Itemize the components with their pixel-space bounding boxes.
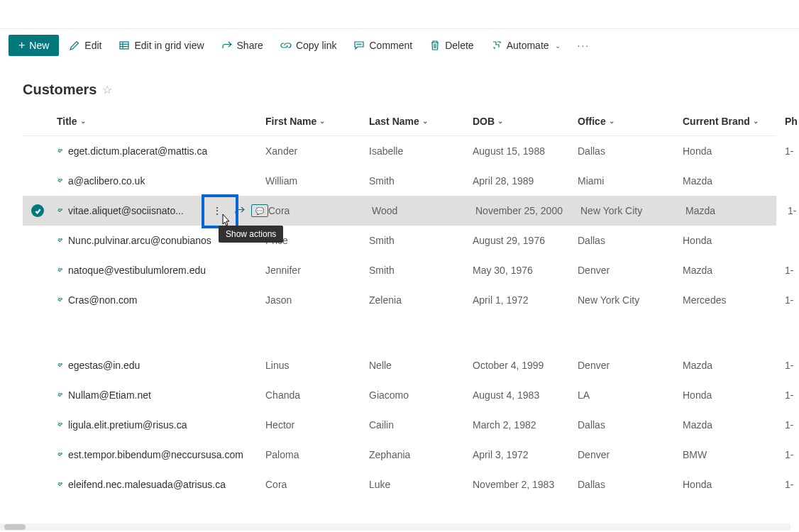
comment-label: Comment [369, 40, 412, 51]
table-row[interactable]: natoque@vestibulumlorem.eduJenniferSmith… [23, 255, 776, 285]
list-header: Customers ☆ [0, 62, 799, 106]
tooltip: Show actions [219, 226, 283, 243]
title-cell[interactable]: Cras@non.com [57, 294, 265, 306]
lastname-cell: Giacomo [369, 389, 473, 401]
svg-rect-0 [120, 42, 128, 49]
list-title: Customers [23, 82, 97, 98]
list-item-icon [57, 391, 65, 399]
title-cell[interactable]: eget.dictum.placerat@mattis.ca [57, 145, 265, 157]
title-cell[interactable]: ligula.elit.pretium@risus.ca [57, 419, 265, 431]
grid-icon [119, 40, 130, 51]
office-cell: Denver [578, 449, 683, 460]
table-row[interactable]: vitae.aliquet@sociisnato...⋮Show actions… [23, 196, 776, 226]
edit-grid-button[interactable]: Edit in grid view [111, 35, 211, 55]
chevron-down-icon: ⌄ [753, 117, 759, 125]
brand-cell: Honda [683, 145, 785, 157]
svg-point-4 [357, 44, 358, 45]
row-selected-check-icon[interactable] [31, 204, 44, 217]
lastname-cell: Cailin [369, 419, 473, 431]
phone-cell: 1- [785, 419, 799, 431]
pencil-icon [69, 40, 80, 51]
lastname-cell: Luke [369, 479, 473, 490]
title-cell[interactable]: est.tempor.bibendum@neccursusa.com [57, 449, 265, 460]
table-row[interactable]: Cras@non.comJasonZeleniaApril 1, 1972New… [23, 285, 776, 315]
office-cell: Miami [578, 175, 683, 187]
new-button[interactable]: + New [9, 35, 59, 56]
title-cell[interactable]: eleifend.nec.malesuada@atrisus.ca [57, 479, 265, 490]
title-cell[interactable]: natoque@vestibulumlorem.edu [57, 265, 265, 276]
dob-cell: August 15, 1988 [473, 145, 578, 157]
dob-cell: August 29, 1976 [473, 235, 578, 246]
row-comment-icon[interactable]: 💬 [251, 204, 268, 217]
more-commands-button[interactable]: ··· [571, 35, 597, 55]
column-header-firstname[interactable]: First Name⌄ [265, 116, 369, 127]
firstname-cell: Jennifer [265, 265, 369, 276]
row-share-icon[interactable] [233, 204, 247, 218]
table-row[interactable]: a@aclibero.co.ukWilliamSmithApril 28, 19… [23, 166, 776, 196]
firstname-cell: Jason [265, 294, 369, 306]
phone-cell: 1- [785, 389, 799, 401]
office-cell: LA [578, 389, 683, 401]
brand-cell: Mazda [683, 360, 785, 371]
office-cell: Denver [578, 265, 683, 276]
table-row[interactable]: Nunc.pulvinar.arcu@conubianosPriceSmithA… [23, 226, 776, 255]
dob-cell: November 25, 2000 [475, 205, 580, 216]
edit-label: Edit [84, 40, 101, 51]
lastname-cell: Smith [369, 235, 473, 246]
dob-cell: April 3, 1972 [473, 449, 578, 460]
favorite-star-icon[interactable]: ☆ [102, 83, 112, 96]
firstname-cell: Cora [268, 205, 372, 216]
office-cell: Dallas [578, 419, 683, 431]
title-cell[interactable]: Nullam@Etiam.net [57, 389, 265, 401]
column-header-brand[interactable]: Current Brand⌄ [683, 116, 785, 127]
lastname-cell: Zephania [369, 449, 473, 460]
vertical-dots-icon: ⋮ [212, 205, 222, 216]
chevron-down-icon: ⌄ [555, 42, 561, 50]
firstname-cell: Hector [265, 419, 369, 431]
brand-cell: BMW [683, 449, 785, 460]
column-header-dob[interactable]: DOB⌄ [473, 116, 578, 127]
chevron-down-icon: ⌄ [80, 117, 86, 125]
share-button[interactable]: Share [214, 35, 270, 55]
chevron-down-icon: ⌄ [497, 117, 503, 125]
list-item-icon [57, 177, 65, 185]
table-row[interactable]: est.tempor.bibendum@neccursusa.comPaloma… [23, 440, 776, 470]
phone-cell: 1- [785, 479, 799, 490]
comment-button[interactable]: Comment [346, 35, 419, 55]
table-row[interactable]: egestas@in.eduLinusNelleOctober 4, 1999D… [23, 350, 776, 380]
column-header-office[interactable]: Office⌄ [578, 116, 683, 127]
lastname-cell: Smith [369, 175, 473, 187]
more-actions-button[interactable]: ⋮Show actions [206, 197, 228, 224]
chevron-down-icon: ⌄ [422, 117, 428, 125]
list-item-icon [57, 206, 65, 215]
brand-cell: Honda [683, 235, 785, 246]
title-cell[interactable]: a@aclibero.co.uk [57, 175, 265, 187]
firstname-cell: Paloma [265, 449, 369, 460]
table-row[interactable]: ligula.elit.pretium@risus.caHectorCailin… [23, 410, 776, 440]
table-row[interactable]: Nullam@Etiam.netChandaGiacomoAugust 4, 1… [23, 380, 776, 410]
title-cell[interactable]: egestas@in.edu [57, 360, 265, 371]
dob-cell: March 2, 1982 [473, 419, 578, 431]
firstname-cell: William [265, 175, 369, 187]
table-row[interactable]: eget.dictum.placerat@mattis.caXanderIsab… [23, 136, 776, 166]
edit-button[interactable]: Edit [62, 35, 109, 55]
flow-icon [491, 40, 502, 51]
automate-button[interactable]: Automate ⌄ [484, 35, 568, 55]
svg-point-5 [359, 44, 360, 45]
copy-link-button[interactable]: Copy link [273, 35, 344, 55]
dob-cell: August 4, 1983 [473, 389, 578, 401]
table-row[interactable]: eleifend.nec.malesuada@atrisus.caCoraLuk… [23, 470, 776, 499]
column-header-phone[interactable]: Ph [785, 116, 799, 127]
chevron-down-icon: ⌄ [319, 117, 325, 125]
delete-button[interactable]: Delete [422, 35, 480, 55]
column-header-lastname[interactable]: Last Name⌄ [369, 116, 473, 127]
column-header-title[interactable]: Title⌄ [57, 116, 265, 127]
trash-icon [429, 40, 441, 51]
brand-cell: Honda [683, 389, 785, 401]
office-cell: Dallas [578, 145, 683, 157]
plus-icon: + [18, 39, 25, 52]
office-cell: Dallas [578, 235, 683, 246]
brand-cell: Mazda [683, 419, 785, 431]
chevron-down-icon: ⌄ [609, 117, 615, 125]
office-cell: New York City [578, 294, 683, 306]
